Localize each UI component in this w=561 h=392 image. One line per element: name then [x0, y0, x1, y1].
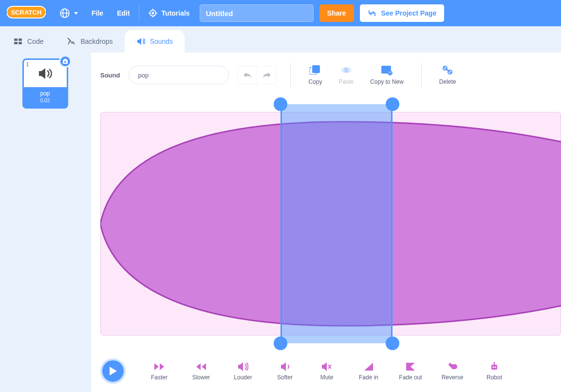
scratch-logo[interactable]: SCRATCH: [7, 4, 46, 22]
robot-label: Robot: [486, 374, 502, 381]
svg-rect-12: [19, 38, 22, 41]
tab-code[interactable]: Code: [2, 30, 55, 53]
faster-label: Faster: [151, 374, 168, 381]
svg-rect-11: [14, 38, 18, 41]
top-menu-bar: SCRATCH File Edit Tutorials Share See Pr…: [0, 0, 561, 26]
svg-rect-14: [19, 42, 22, 44]
tab-code-label: Code: [27, 37, 43, 45]
copy-button[interactable]: + Copy: [304, 65, 326, 85]
louder-button[interactable]: Louder: [225, 362, 261, 381]
undo-redo-group: [238, 66, 277, 84]
see-project-label: See Project Page: [381, 9, 437, 17]
tab-sounds-label: Sounds: [150, 37, 173, 45]
svg-point-10: [151, 12, 154, 15]
language-menu[interactable]: [53, 0, 85, 26]
thumbnail-preview: 1: [24, 60, 67, 87]
separator: [421, 63, 422, 87]
undo-button[interactable]: [238, 66, 257, 84]
share-button[interactable]: Share: [319, 4, 354, 22]
sound-name-input[interactable]: [129, 66, 229, 84]
svg-rect-35: [491, 365, 497, 370]
mute-button[interactable]: Mute: [309, 362, 345, 381]
softer-label: Softer: [277, 374, 293, 381]
selection-handle-bottom-left[interactable]: [274, 336, 287, 350]
tab-backdrops-label: Backdrops: [80, 37, 112, 45]
redo-button[interactable]: [257, 66, 277, 84]
reverse-button[interactable]: Reverse: [434, 362, 470, 381]
edit-menu[interactable]: Edit: [110, 0, 136, 26]
tab-bar: Code Backdrops Sounds: [0, 26, 561, 53]
selection-handle-top-left[interactable]: [274, 97, 287, 111]
thumbnail-info: pop 0.02: [24, 87, 67, 107]
svg-point-39: [494, 362, 495, 363]
separator: [139, 4, 139, 22]
copy-to-new-button[interactable]: + Copy to New: [366, 65, 408, 85]
file-menu[interactable]: File: [85, 0, 110, 26]
editor-toolbar: Sound + Copy Paste + Copy to New: [91, 53, 561, 97]
paste-button: Paste: [335, 65, 357, 85]
svg-line-30: [447, 70, 449, 71]
svg-point-36: [493, 366, 494, 368]
delete-label: Delete: [439, 78, 456, 85]
slower-label: Slower: [192, 374, 210, 381]
copy-new-label: Copy to New: [370, 78, 404, 85]
svg-rect-24: [344, 68, 348, 73]
copy-label: Copy: [308, 78, 322, 85]
faster-button[interactable]: Faster: [141, 362, 177, 381]
separator: [290, 63, 291, 87]
tab-backdrops[interactable]: Backdrops: [55, 30, 124, 53]
selection-handle-top-right[interactable]: [386, 97, 399, 111]
sound-name-label: Sound: [100, 72, 120, 79]
fade-in-button[interactable]: Fade in: [351, 362, 387, 381]
content-area: 1 pop 0.02 Sound + Copy Paste: [0, 53, 561, 392]
file-label: File: [92, 9, 103, 17]
svg-text:SCRATCH: SCRATCH: [11, 9, 42, 16]
svg-text:+: +: [389, 71, 392, 75]
project-title-input[interactable]: [200, 4, 314, 22]
fade-out-button[interactable]: Fade out: [393, 362, 429, 381]
selection-region[interactable]: [280, 104, 393, 343]
thumbnail-name: pop: [24, 90, 67, 97]
selection-handle-bottom-right[interactable]: [386, 336, 399, 350]
waveform-area[interactable]: [100, 97, 561, 350]
svg-point-37: [495, 366, 496, 368]
tutorials-button[interactable]: Tutorials: [141, 0, 197, 26]
sound-list-sidebar: 1 pop 0.02: [0, 53, 91, 392]
delete-button[interactable]: Delete: [435, 65, 460, 85]
tab-sounds[interactable]: Sounds: [125, 30, 185, 53]
fade-in-label: Fade in: [359, 374, 378, 381]
edit-label: Edit: [117, 9, 130, 17]
effects-toolbar: Faster Slower Louder Softer Mute Fade in…: [91, 350, 561, 392]
svg-rect-13: [14, 42, 18, 44]
mute-label: Mute: [320, 374, 334, 381]
thumbnail-index: 1: [26, 61, 29, 67]
slower-button[interactable]: Slower: [183, 362, 219, 381]
thumbnail-duration: 0.02: [24, 98, 67, 103]
softer-button[interactable]: Softer: [267, 362, 303, 381]
paste-label: Paste: [338, 78, 354, 85]
svg-text:+: +: [315, 66, 318, 72]
sound-thumbnail[interactable]: 1 pop 0.02: [22, 58, 68, 109]
tutorials-label: Tutorials: [162, 9, 190, 17]
see-project-button[interactable]: See Project Page: [360, 4, 445, 22]
sound-editor: Sound + Copy Paste + Copy to New: [91, 53, 561, 392]
fade-out-label: Fade out: [399, 374, 422, 381]
svg-line-15: [68, 38, 71, 41]
reverse-label: Reverse: [442, 374, 464, 381]
louder-label: Louder: [234, 374, 252, 381]
play-button[interactable]: [100, 358, 126, 384]
robot-button[interactable]: Robot: [476, 362, 512, 381]
